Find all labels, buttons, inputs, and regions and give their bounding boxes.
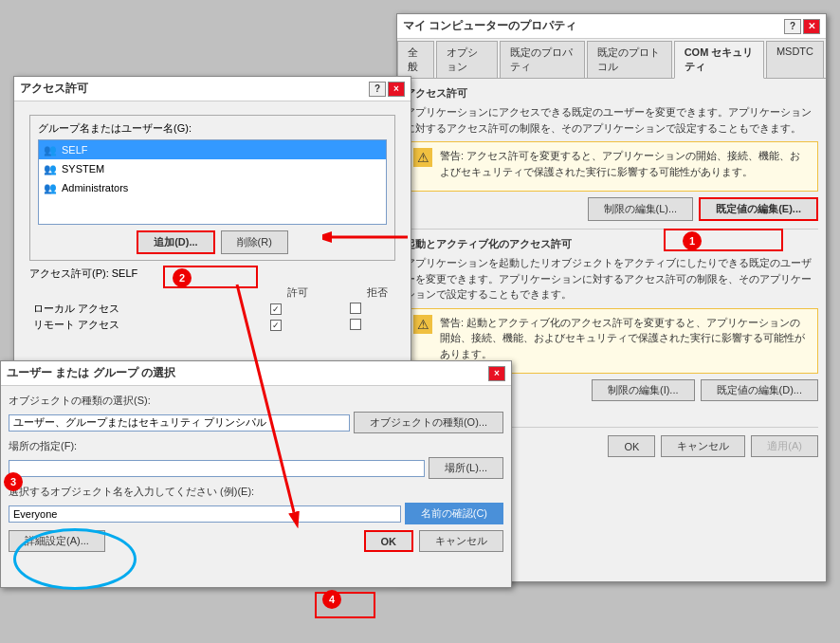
close-button[interactable]: ✕ <box>803 19 820 34</box>
access-warning-text: 警告: アクセス許可を変更すると、アプリケーションの開始、接続、機能、およびセキ… <box>440 148 810 179</box>
main-ok-btn[interactable]: OK <box>608 435 655 457</box>
help-button[interactable]: ? <box>784 19 801 34</box>
divider1 <box>405 229 818 230</box>
red-arrow-horizontal <box>322 218 417 256</box>
tab-options[interactable]: オプション <box>436 41 498 78</box>
launch-edit-limit-btn[interactable]: 制限の編集(I)... <box>592 379 695 401</box>
user-icon-admin: 👥 <box>43 180 58 195</box>
tab-bar: 全般 オプション 既定のプロパティ 既定のプロトコル COM セキュリティ MS… <box>397 39 826 79</box>
object-type-btn[interactable]: オブジェクトの種類(O)... <box>354 412 503 433</box>
main-title: マイ コンピューターのプロパティ <box>403 18 784 34</box>
edit-default-btn[interactable]: 既定値の編集(E)... <box>699 197 818 221</box>
tab-default-props[interactable]: 既定のプロパティ <box>500 41 585 78</box>
tab-msdtc[interactable]: MSDTC <box>766 41 824 78</box>
main-cancel-btn[interactable]: キャンセル <box>661 435 745 457</box>
check-name-btn[interactable]: 名前の確認(C) <box>405 503 503 524</box>
group-name-self: SELF <box>62 144 88 156</box>
remove-btn[interactable]: 削除(R) <box>221 230 288 254</box>
svg-line-3 <box>237 285 294 512</box>
perm-remote-deny[interactable] <box>350 319 361 330</box>
launch-desc: アプリケーションを起動したリオブジェクトをアクティブにしたりできる既定のユーザー… <box>405 255 818 303</box>
badge-1: 1 <box>683 231 702 250</box>
warning-icon: ⚠ <box>413 148 432 167</box>
access-close-btn[interactable]: × <box>388 82 405 97</box>
user-icon-system: 👥 <box>43 161 58 176</box>
launch-edit-default-btn[interactable]: 既定値の編集(D)... <box>701 379 818 401</box>
group-list: 👥 SELF 👥 SYSTEM 👥 Administrators <box>38 139 387 225</box>
badge-4: 4 <box>322 590 341 609</box>
group-item-admin[interactable]: 👥 Administrators <box>39 178 386 197</box>
user-icon-self: 👥 <box>43 142 58 157</box>
red-arrow-diagonal <box>199 275 332 541</box>
access-titlebar-buttons: ? × <box>369 82 405 97</box>
access-title: アクセス許可 <box>20 81 369 97</box>
launch-warning-text: 警告: 起動とアクティブ化のアクセス許可を変更すると、アプリケーションの開始、接… <box>440 315 810 362</box>
user-ok-btn[interactable]: OK <box>364 530 414 552</box>
location-btn[interactable]: 場所(L)... <box>429 457 503 479</box>
edit-limit-btn[interactable]: 制限の編集(L)... <box>588 197 694 221</box>
access-titlebar: アクセス許可 ? × <box>14 77 411 101</box>
badge-2: 2 <box>173 268 192 287</box>
access-warning-box: ⚠ 警告: アクセス許可を変更すると、アプリケーションの開始、接続、機能、および… <box>405 141 818 192</box>
perm-local-deny[interactable] <box>350 303 361 314</box>
access-desc: アプリケーションにアクセスできる既定のユーザーを変更できます。アプリケーションに… <box>405 104 818 136</box>
tab-default-proto[interactable]: 既定のプロトコル <box>587 41 672 78</box>
main-apply-btn[interactable]: 適用(A) <box>751 435 818 457</box>
access-help-btn[interactable]: ? <box>369 82 386 97</box>
group-section-label: グループ名またはユーザー名(G): <box>38 121 387 136</box>
main-titlebar: マイ コンピューターのプロパティ ? ✕ <box>397 14 826 39</box>
tab-general[interactable]: 全般 <box>397 41 434 78</box>
user-cancel-btn[interactable]: キャンセル <box>419 530 503 552</box>
advanced-btn[interactable]: 詳細設定(A)... <box>9 530 105 552</box>
launch-warning-icon: ⚠ <box>413 315 432 334</box>
access-btn-row: 制限の編集(L)... 既定値の編集(E)... <box>405 197 818 221</box>
group-item-system[interactable]: 👥 SYSTEM <box>39 159 386 178</box>
group-name-admin: Administrators <box>62 182 128 193</box>
main-titlebar-buttons: ? ✕ <box>784 19 820 34</box>
badge-3: 3 <box>4 472 23 491</box>
launch-section-title: 起動とアクティブ化のアクセス許可 <box>405 237 818 251</box>
user-dialog-titlebar-buttons: × <box>488 366 505 381</box>
ok-cancel-group: OK キャンセル <box>364 530 504 552</box>
advanced-btn-group: 詳細設定(A)... <box>9 530 105 552</box>
add-btn[interactable]: 追加(D)... <box>137 230 214 254</box>
user-dialog-close-btn[interactable]: × <box>488 366 505 381</box>
tab-com-security[interactable]: COM セキュリティ <box>674 41 764 79</box>
group-item-self[interactable]: 👥 SELF <box>39 140 386 159</box>
group-name-system: SYSTEM <box>62 163 104 175</box>
access-section-title: アクセス許可 <box>405 86 818 101</box>
